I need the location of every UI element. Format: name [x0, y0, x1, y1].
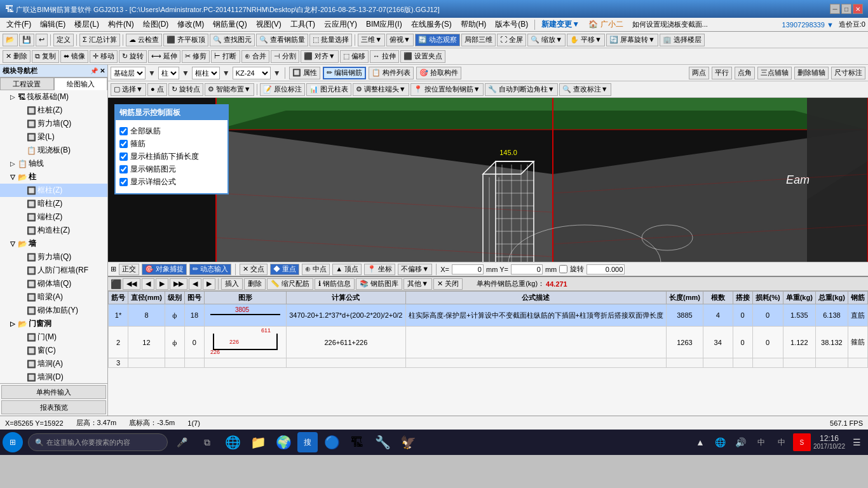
btn-offset[interactable]: ⬚ 偏移	[340, 50, 369, 63]
btn-rotate[interactable]: ↻ 旋转	[119, 50, 147, 63]
btn-col-table[interactable]: 📊 图元柱表	[306, 83, 351, 96]
btn-snap-coord[interactable]: 📍 坐标	[364, 264, 395, 275]
td-splice[interactable]: 0	[733, 304, 752, 327]
btn-scale-steel[interactable]: 📏 缩尺配筋	[267, 278, 313, 290]
check-insert-len[interactable]: 显示柱插筋下插长度	[119, 151, 224, 162]
taskbar-app-chrome[interactable]: 🌍	[272, 431, 295, 454]
expand-axis[interactable]: ▷	[9, 160, 17, 167]
btn-trim[interactable]: ✂ 修剪	[182, 50, 210, 63]
td-splice[interactable]	[733, 358, 752, 368]
minimize-button[interactable]: ─	[830, 4, 840, 14]
td-fig[interactable]: 18	[184, 304, 204, 327]
bc-select-layer[interactable]: 基础层	[111, 67, 146, 79]
checkbox-rotate[interactable]	[559, 265, 567, 273]
td-unit[interactable]: 1.122	[783, 327, 815, 358]
btn-top-view[interactable]: 俯视▼	[386, 34, 414, 46]
btn-pan[interactable]: ✋ 平移▼	[567, 34, 605, 46]
tray-ime-zh[interactable]: 中	[752, 433, 770, 451]
menu-howto[interactable]: 如何设置现浇板变截面...	[628, 18, 712, 30]
check-stirrup[interactable]: 箍筋	[119, 139, 224, 149]
btn-point-draw[interactable]: ● 点	[147, 83, 167, 96]
btn-comp-list[interactable]: 📋 构件列表	[369, 67, 414, 79]
td-diam[interactable]: 8	[128, 304, 165, 327]
btn-split[interactable]: ⊣ 分割	[271, 50, 299, 63]
td-grade[interactable]: ф	[165, 327, 184, 358]
taskbar-app-taskview[interactable]: ⧉	[196, 431, 219, 454]
btn-prev[interactable]: ◀	[142, 278, 154, 290]
td-loss[interactable]: 0	[752, 327, 783, 358]
tree-item-pile[interactable]: 🔲 柱桩(Z)	[0, 104, 107, 117]
td-count[interactable]: 34	[703, 327, 733, 358]
td-id[interactable]: 2	[109, 327, 128, 358]
td-loss[interactable]	[752, 358, 783, 368]
taskbar-app-app3[interactable]: 🔧	[371, 431, 394, 454]
btn-insert-row[interactable]: 插入	[221, 278, 243, 290]
expand-column[interactable]: ▽	[9, 173, 17, 180]
maximize-button[interactable]: □	[841, 4, 851, 14]
tree-item-raft[interactable]: ▷ 🏗 筏板基础(M)	[0, 90, 107, 104]
td-diam[interactable]	[128, 358, 165, 368]
btn-snap-center[interactable]: ⊕ 中点	[302, 264, 330, 275]
menu-edit[interactable]: 编辑(E)	[36, 18, 69, 31]
table-row[interactable]: 1*8ф18 3805 3470-20+1.2*37*d+(200-2*20)/…	[109, 304, 868, 327]
td-shape[interactable]: 226 611 226	[204, 327, 286, 358]
btn-report-preview[interactable]: 报表预览	[1, 400, 106, 414]
taskbar-app-cortana[interactable]: 🎤	[170, 431, 193, 454]
input-x[interactable]	[452, 264, 484, 274]
menu-tools[interactable]: 工具(T)	[287, 18, 319, 31]
tree-item-shear-wall-found[interactable]: 🔲 剪力墙(Q)	[0, 117, 107, 130]
td-grade[interactable]: ф	[165, 304, 184, 327]
tree-item-column[interactable]: ▽ 📂 柱	[0, 170, 107, 184]
sidebar-pin[interactable]: 📌 ✕	[90, 67, 105, 74]
viewport-3d[interactable]: 钢筋显示控制面板 全部纵筋 箍筋 显示柱插筋下插长度 显示钢筋图元	[108, 98, 868, 262]
td-total[interactable]	[815, 358, 848, 368]
td-formula[interactable]: 3470-20+1.2*37*d+(200-2*20)/2+0/2	[287, 304, 405, 327]
td-unit[interactable]: 1.535	[783, 304, 815, 327]
tray-arrow[interactable]: ▲	[691, 433, 709, 451]
tree-item-masonry-rebar[interactable]: 🔲 砌体加筋(Y)	[0, 304, 107, 317]
btn-zoom[interactable]: 🔍 缩放▼	[527, 34, 566, 46]
tree-item-shear-wall[interactable]: 🔲 剪力墙(Q)	[0, 250, 107, 264]
tree-item-dark-beam[interactable]: 🔲 暗梁(A)	[0, 290, 107, 304]
btn-close-table[interactable]: ✕ 关闭	[433, 278, 463, 290]
btn-no-offset[interactable]: 不偏移▼	[398, 264, 432, 275]
td-total[interactable]: 6.138	[815, 304, 848, 327]
checkbox-stirrup[interactable]	[119, 140, 128, 148]
btn-find[interactable]: 🔍 查找图元	[210, 34, 255, 46]
bc-select-type[interactable]: 柱	[158, 67, 179, 79]
btn-point-angle[interactable]: 点角	[735, 67, 755, 79]
td-grade[interactable]	[165, 358, 184, 368]
btn-dynamic-input[interactable]: ✏ 动态输入	[189, 264, 231, 275]
btn-break[interactable]: ⊢ 打断	[211, 50, 240, 63]
td-len[interactable]: 3885	[667, 304, 703, 327]
tree-item-wall[interactable]: ▽ 📂 墙	[0, 237, 107, 250]
btn-in-situ-note[interactable]: 📝 原位标注	[260, 83, 305, 96]
btn-extend[interactable]: ⟷ 延伸	[148, 50, 180, 63]
menu-draw[interactable]: 绘图(D)	[139, 18, 173, 31]
btn-snap-vertex[interactable]: ▲ 顶点	[332, 264, 362, 275]
td-fig[interactable]: 0	[184, 327, 204, 358]
td-type[interactable]	[848, 358, 868, 368]
tree-item-window[interactable]: 🔲 窗(C)	[0, 344, 107, 357]
btn-snap-midpoint[interactable]: ◆ 重点	[270, 264, 299, 275]
td-formula[interactable]	[287, 358, 405, 368]
td-type[interactable]: 直筋	[848, 304, 868, 327]
tree-item-masonry[interactable]: 🔲 砌体墙(Q)	[0, 277, 107, 290]
tree-item-door[interactable]: 🔲 门(M)	[0, 330, 107, 344]
menu-floor[interactable]: 楼层(L)	[71, 18, 103, 31]
td-len[interactable]: 1263	[667, 327, 703, 358]
tray-action-center[interactable]: ☰	[848, 433, 865, 451]
taskbar-app-app1[interactable]: 🔵	[320, 431, 343, 454]
btn-edit-steel[interactable]: ✏ 编辑钢筋	[323, 67, 366, 79]
checkbox-show-rebar[interactable]	[119, 165, 128, 173]
menu-online[interactable]: 在线服务(S)	[407, 18, 456, 31]
btn-prev-row[interactable]: ◀	[189, 278, 201, 290]
btn-dim-note[interactable]: 尺寸标注	[831, 67, 865, 79]
btn-draw-by-pos[interactable]: 📍 按位置绘制钢筋▼	[410, 83, 484, 96]
btn-snap-intersect[interactable]: ✕ 交点	[240, 264, 268, 275]
btn-undo[interactable]: ↩	[36, 34, 48, 46]
menu-component[interactable]: 构件(N)	[104, 18, 138, 31]
td-count[interactable]: 4	[703, 304, 733, 327]
menu-steel[interactable]: 钢筋量(Q)	[209, 18, 250, 31]
btn-set-grip[interactable]: ⬛ 设置夹点	[400, 50, 445, 63]
